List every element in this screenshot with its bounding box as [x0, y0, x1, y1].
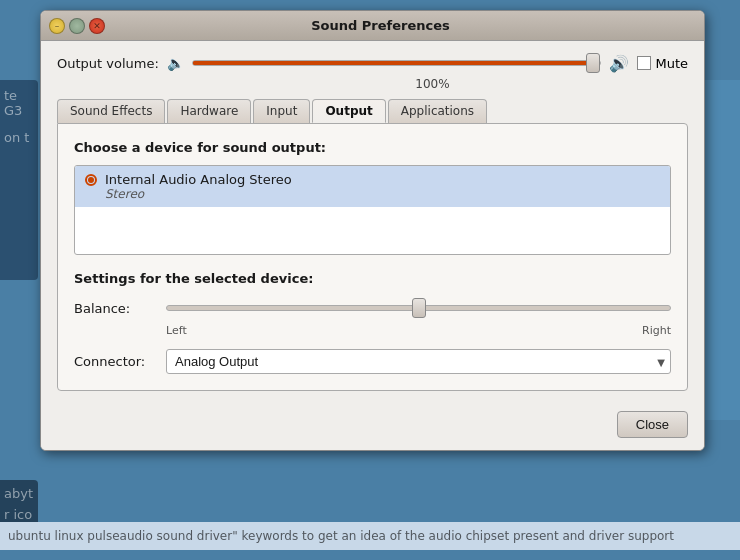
connector-select-wrapper: Analog Output Digital Output (S/PDIF) HD…: [166, 349, 671, 374]
bg-sidebar: te G3 on t: [0, 80, 38, 280]
balance-row: Balance:: [74, 298, 671, 318]
dialog-title: Sound Preferences: [105, 18, 656, 33]
tab-applications[interactable]: Applications: [388, 99, 487, 123]
device-radio: [85, 174, 97, 186]
bottom-bar: ubuntu linux pulseaudio sound driver" ke…: [0, 522, 740, 550]
balance-right-label: Right: [642, 324, 671, 337]
volume-percent: 100%: [57, 77, 688, 91]
volume-slider-fill: [193, 61, 601, 65]
balance-labels: Left Right: [74, 322, 671, 345]
titlebar-close-button[interactable]: ✕: [89, 18, 105, 34]
bg-right-panel: [702, 80, 740, 420]
dialog-body: Output volume: 🔈 🔊 Mute 100% Sound Effec…: [41, 41, 704, 403]
bg-label1: abyt: [0, 480, 38, 507]
device-list: Internal Audio Analog Stereo Stereo: [74, 165, 671, 255]
balance-track: [166, 305, 671, 311]
bg-left-text1: te G3: [0, 80, 38, 126]
balance-slider-container[interactable]: [166, 298, 671, 318]
bottom-text: ubuntu linux pulseaudio sound driver" ke…: [8, 529, 674, 543]
tab-input[interactable]: Input: [253, 99, 310, 123]
sound-preferences-dialog: – ✕ Sound Preferences Output volume: 🔈 🔊…: [40, 10, 705, 451]
dialog-footer: Close: [41, 403, 704, 450]
close-button[interactable]: Close: [617, 411, 688, 438]
device-type: Stereo: [105, 187, 292, 201]
mute-area: Mute: [637, 56, 688, 71]
output-tab-panel: Choose a device for sound output: Intern…: [57, 123, 688, 391]
tab-hardware[interactable]: Hardware: [167, 99, 251, 123]
device-info: Internal Audio Analog Stereo Stereo: [105, 172, 292, 201]
device-radio-inner: [88, 177, 94, 183]
mute-label: Mute: [655, 56, 688, 71]
device-item[interactable]: Internal Audio Analog Stereo Stereo: [75, 166, 670, 207]
volume-slider-container[interactable]: [192, 53, 602, 73]
tab-output[interactable]: Output: [312, 99, 385, 123]
connector-row: Connector: Analog Output Digital Output …: [74, 349, 671, 374]
connector-label: Connector:: [74, 354, 154, 369]
bg-left-text2: on t: [0, 126, 38, 149]
tabs: Sound Effects Hardware Input Output Appl…: [57, 99, 688, 123]
balance-thumb[interactable]: [412, 298, 426, 318]
balance-label: Balance:: [74, 301, 154, 316]
minimize-button[interactable]: –: [49, 18, 65, 34]
volume-high-icon: 🔊: [609, 54, 629, 73]
volume-label: Output volume:: [57, 56, 159, 71]
bg-label2: r ico: [0, 507, 38, 522]
volume-row: Output volume: 🔈 🔊 Mute: [57, 53, 688, 73]
maximize-button[interactable]: [69, 18, 85, 34]
tab-sound-effects[interactable]: Sound Effects: [57, 99, 165, 123]
volume-slider-track: [192, 60, 602, 66]
device-list-empty: [75, 207, 670, 247]
volume-low-icon: 🔈: [167, 55, 184, 71]
settings-title: Settings for the selected device:: [74, 271, 671, 286]
mute-checkbox[interactable]: [637, 56, 651, 70]
title-bar: – ✕ Sound Preferences: [41, 11, 704, 41]
connector-select[interactable]: Analog Output Digital Output (S/PDIF) HD…: [166, 349, 671, 374]
device-name: Internal Audio Analog Stereo: [105, 172, 292, 187]
settings-section: Settings for the selected device: Balanc…: [74, 271, 671, 374]
window-controls: – ✕: [49, 18, 105, 34]
volume-slider-thumb[interactable]: [586, 53, 600, 73]
balance-left-label: Left: [166, 324, 187, 337]
device-section-label: Choose a device for sound output:: [74, 140, 671, 155]
